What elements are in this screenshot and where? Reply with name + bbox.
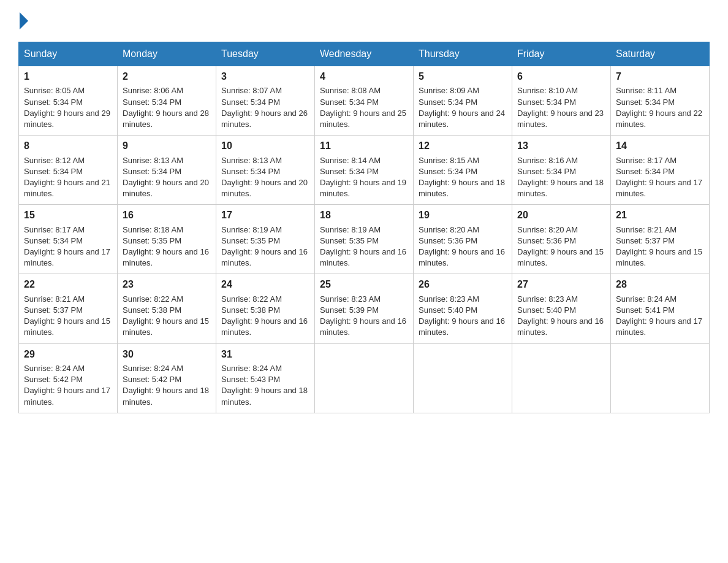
day-cell: 13Sunrise: 8:16 AMSunset: 5:34 PMDayligh… [512,136,611,205]
day-number: 29 [24,348,112,361]
day-info: Sunrise: 8:23 AMSunset: 5:40 PMDaylight:… [419,294,505,337]
day-info: Sunrise: 8:21 AMSunset: 5:37 PMDaylight:… [616,225,702,268]
day-cell: 12Sunrise: 8:15 AMSunset: 5:34 PMDayligh… [414,136,512,205]
day-number: 19 [419,209,507,222]
day-cell: 8Sunrise: 8:12 AMSunset: 5:34 PMDaylight… [19,136,118,205]
page-header [18,12,710,29]
day-number: 1 [24,70,112,83]
week-row-3: 15Sunrise: 8:17 AMSunset: 5:34 PMDayligh… [19,205,710,274]
day-info: Sunrise: 8:09 AMSunset: 5:34 PMDaylight:… [419,86,505,129]
day-number: 31 [221,348,309,361]
day-info: Sunrise: 8:11 AMSunset: 5:34 PMDaylight:… [616,86,702,129]
day-number: 11 [320,139,408,153]
day-info: Sunrise: 8:14 AMSunset: 5:34 PMDaylight:… [320,156,406,199]
day-number: 25 [320,278,408,291]
day-info: Sunrise: 8:12 AMSunset: 5:34 PMDaylight:… [24,156,110,199]
day-cell: 14Sunrise: 8:17 AMSunset: 5:34 PMDayligh… [611,136,710,205]
day-info: Sunrise: 8:21 AMSunset: 5:37 PMDaylight:… [24,294,110,337]
day-cell: 19Sunrise: 8:20 AMSunset: 5:36 PMDayligh… [414,205,512,274]
day-number: 7 [616,70,704,83]
day-cell: 30Sunrise: 8:24 AMSunset: 5:42 PMDayligh… [118,343,216,413]
day-number: 8 [24,139,112,153]
day-cell: 3Sunrise: 8:07 AMSunset: 5:34 PMDaylight… [216,66,315,136]
day-cell: 16Sunrise: 8:18 AMSunset: 5:35 PMDayligh… [118,205,216,274]
day-number: 26 [419,278,507,291]
day-info: Sunrise: 8:17 AMSunset: 5:34 PMDaylight:… [616,156,702,199]
day-cell: 9Sunrise: 8:13 AMSunset: 5:34 PMDaylight… [118,136,216,205]
day-number: 18 [320,209,408,222]
day-number: 30 [123,348,211,361]
day-cell: 7Sunrise: 8:11 AMSunset: 5:34 PMDaylight… [611,66,710,136]
day-info: Sunrise: 8:23 AMSunset: 5:39 PMDaylight:… [320,294,406,337]
day-cell [414,343,512,413]
calendar-header: SundayMondayTuesdayWednesdayThursdayFrid… [19,42,710,66]
logo-blue-part [18,12,28,29]
day-number: 17 [221,209,309,222]
day-info: Sunrise: 8:24 AMSunset: 5:41 PMDaylight:… [616,294,702,337]
day-number: 9 [123,139,211,153]
day-cell: 17Sunrise: 8:19 AMSunset: 5:35 PMDayligh… [216,205,315,274]
day-info: Sunrise: 8:05 AMSunset: 5:34 PMDaylight:… [24,86,110,129]
day-cell: 29Sunrise: 8:24 AMSunset: 5:42 PMDayligh… [19,343,118,413]
day-number: 4 [320,70,408,83]
header-cell-monday: Monday [118,42,216,66]
day-cell: 20Sunrise: 8:20 AMSunset: 5:36 PMDayligh… [512,205,611,274]
day-number: 21 [616,209,704,222]
week-row-2: 8Sunrise: 8:12 AMSunset: 5:34 PMDaylight… [19,136,710,205]
day-info: Sunrise: 8:19 AMSunset: 5:35 PMDaylight:… [320,225,406,268]
day-cell: 10Sunrise: 8:13 AMSunset: 5:34 PMDayligh… [216,136,315,205]
day-number: 13 [517,139,605,153]
header-cell-saturday: Saturday [611,42,710,66]
day-info: Sunrise: 8:22 AMSunset: 5:38 PMDaylight:… [221,294,308,337]
day-info: Sunrise: 8:10 AMSunset: 5:34 PMDaylight:… [517,86,604,129]
day-cell: 1Sunrise: 8:05 AMSunset: 5:34 PMDaylight… [19,66,118,136]
week-row-4: 22Sunrise: 8:21 AMSunset: 5:37 PMDayligh… [19,274,710,343]
day-cell: 21Sunrise: 8:21 AMSunset: 5:37 PMDayligh… [611,205,710,274]
day-cell: 24Sunrise: 8:22 AMSunset: 5:38 PMDayligh… [216,274,315,343]
day-number: 5 [419,70,507,83]
day-number: 12 [419,139,507,153]
day-cell: 28Sunrise: 8:24 AMSunset: 5:41 PMDayligh… [611,274,710,343]
logo [18,12,28,29]
header-cell-wednesday: Wednesday [315,42,414,66]
header-cell-thursday: Thursday [414,42,512,66]
day-info: Sunrise: 8:18 AMSunset: 5:35 PMDaylight:… [123,225,209,268]
header-row: SundayMondayTuesdayWednesdayThursdayFrid… [19,42,710,66]
day-number: 20 [517,209,605,222]
day-info: Sunrise: 8:20 AMSunset: 5:36 PMDaylight:… [517,225,604,268]
day-cell: 22Sunrise: 8:21 AMSunset: 5:37 PMDayligh… [19,274,118,343]
logo-triangle-icon [20,12,28,29]
day-number: 3 [221,70,309,83]
day-cell: 27Sunrise: 8:23 AMSunset: 5:40 PMDayligh… [512,274,611,343]
day-info: Sunrise: 8:24 AMSunset: 5:42 PMDaylight:… [123,364,209,407]
header-cell-tuesday: Tuesday [216,42,315,66]
day-info: Sunrise: 8:16 AMSunset: 5:34 PMDaylight:… [517,156,604,199]
day-number: 27 [517,278,605,291]
day-info: Sunrise: 8:22 AMSunset: 5:38 PMDaylight:… [123,294,209,337]
day-number: 28 [616,278,704,291]
header-cell-friday: Friday [512,42,611,66]
day-info: Sunrise: 8:24 AMSunset: 5:42 PMDaylight:… [24,364,110,407]
day-number: 14 [616,139,704,153]
calendar-body: 1Sunrise: 8:05 AMSunset: 5:34 PMDaylight… [19,66,710,413]
day-number: 24 [221,278,309,291]
day-cell: 11Sunrise: 8:14 AMSunset: 5:34 PMDayligh… [315,136,414,205]
day-info: Sunrise: 8:24 AMSunset: 5:43 PMDaylight:… [221,364,308,407]
day-number: 22 [24,278,112,291]
day-cell: 23Sunrise: 8:22 AMSunset: 5:38 PMDayligh… [118,274,216,343]
day-info: Sunrise: 8:19 AMSunset: 5:35 PMDaylight:… [221,225,308,268]
day-number: 16 [123,209,211,222]
day-number: 23 [123,278,211,291]
day-number: 15 [24,209,112,222]
day-info: Sunrise: 8:20 AMSunset: 5:36 PMDaylight:… [419,225,505,268]
day-info: Sunrise: 8:23 AMSunset: 5:40 PMDaylight:… [517,294,604,337]
day-number: 6 [517,70,605,83]
day-info: Sunrise: 8:17 AMSunset: 5:34 PMDaylight:… [24,225,110,268]
day-cell [512,343,611,413]
day-cell: 6Sunrise: 8:10 AMSunset: 5:34 PMDaylight… [512,66,611,136]
day-cell: 31Sunrise: 8:24 AMSunset: 5:43 PMDayligh… [216,343,315,413]
day-info: Sunrise: 8:08 AMSunset: 5:34 PMDaylight:… [320,86,406,129]
day-info: Sunrise: 8:13 AMSunset: 5:34 PMDaylight:… [123,156,209,199]
day-cell: 25Sunrise: 8:23 AMSunset: 5:39 PMDayligh… [315,274,414,343]
day-cell: 15Sunrise: 8:17 AMSunset: 5:34 PMDayligh… [19,205,118,274]
